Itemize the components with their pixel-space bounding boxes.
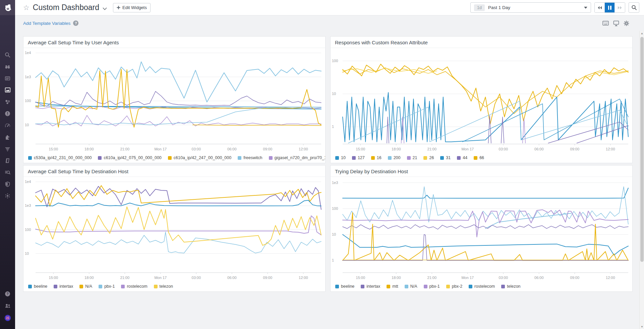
svg-text:09:00: 09:00 — [570, 147, 580, 151]
tv-mode-icon[interactable] — [613, 20, 619, 26]
time-range-selector[interactable]: 1d Past 1 Day — [470, 2, 591, 13]
legend-item[interactable]: pbx-1 — [424, 284, 440, 289]
legend-swatch — [457, 156, 461, 160]
time-forward-button[interactable] — [615, 3, 625, 12]
scroll-up-arrow-icon[interactable]: ▲ — [640, 31, 644, 36]
datadog-logo-icon[interactable] — [0, 0, 15, 15]
integrations-icon[interactable] — [4, 133, 11, 141]
chart-legend: 10127162002126314466 — [331, 153, 632, 163]
processes-icon[interactable] — [4, 192, 11, 199]
legend-label: N/A — [85, 284, 92, 289]
svg-text:100: 100 — [332, 206, 338, 210]
page-title[interactable]: Custom Dashboard — [33, 3, 99, 12]
notebooks-icon[interactable] — [4, 157, 11, 164]
timeseries-chart[interactable]: 1e41e31001015:0018:0021:00Mon 1703:0006:… — [24, 48, 325, 153]
legend-label: intertax — [59, 284, 73, 289]
svg-text:03:00: 03:00 — [499, 147, 508, 151]
keyboard-shortcuts-icon[interactable] — [602, 20, 609, 26]
legend-item[interactable]: pbx-2 — [446, 284, 462, 289]
monitors-icon[interactable] — [4, 110, 11, 117]
page-scrollbar[interactable]: ▲ ▼ — [639, 31, 644, 329]
zoom-search-button[interactable] — [629, 2, 639, 13]
events-icon[interactable] — [4, 75, 11, 82]
legend-label: rostelecom — [127, 284, 147, 289]
time-backward-button[interactable] — [595, 3, 605, 12]
legend-item[interactable]: 127 — [352, 155, 365, 160]
legend-item[interactable]: intertax — [54, 284, 73, 289]
watchdog-icon[interactable] — [4, 63, 11, 70]
legend-item[interactable]: mtt — [387, 284, 398, 289]
account-icon[interactable] — [4, 302, 11, 310]
scroll-down-arrow-icon[interactable]: ▼ — [640, 324, 644, 329]
gear-icon[interactable] — [624, 20, 629, 26]
legend-item[interactable]: pbx-1 — [99, 284, 115, 289]
add-template-variables-link[interactable]: Add Template Variables — [23, 21, 70, 26]
legend-item[interactable]: 26 — [423, 155, 434, 160]
svg-text:03:00: 03:00 — [499, 276, 508, 280]
legend-swatch — [446, 285, 450, 288]
legend-item[interactable]: telezon — [154, 284, 173, 289]
sidebar-bottom-nav: ? — [0, 290, 15, 322]
legend-item[interactable]: rostelecom — [121, 284, 147, 289]
help-icon[interactable]: ? — [4, 290, 11, 297]
legend-item[interactable]: N/A — [79, 284, 92, 289]
legend-label: 26 — [429, 155, 434, 160]
legend-item[interactable]: gigaset_n720_dm_pro/70_102_... — [269, 155, 326, 160]
legend-label: telezon — [507, 284, 520, 289]
help-icon[interactable]: ? — [73, 20, 78, 26]
timeseries-chart[interactable]: 1e310010115:0018:0021:00Mon 1703:0006:00… — [331, 177, 632, 281]
legend-item[interactable]: intertax — [361, 284, 380, 289]
svg-text:100: 100 — [25, 99, 31, 103]
timeseries-chart[interactable]: 10010115:0018:0021:00Mon 1703:0006:0009:… — [331, 48, 632, 153]
edit-widgets-label: Edit Widgets — [122, 5, 147, 10]
bits-ai-icon[interactable] — [4, 314, 11, 322]
favorite-star-icon[interactable]: ☆ — [23, 4, 30, 11]
legend-label: telezon — [160, 284, 173, 289]
legend-item[interactable]: 10 — [335, 155, 346, 160]
legend-item[interactable]: freeswitch — [238, 155, 262, 160]
legend-item[interactable]: c610a_ip/42_075_00_000_000 — [98, 155, 161, 160]
sidebar-nav — [0, 51, 15, 199]
chart-legend: beelineintertaxmttN/Apbx-1pbx-2rosteleco… — [331, 281, 632, 291]
legend-label: intertax — [366, 284, 380, 289]
legend-swatch — [238, 156, 241, 160]
dashboards-icon[interactable] — [4, 86, 11, 94]
widget-title: Average Call Setup Time by User Agents — [23, 37, 325, 48]
apm-icon[interactable] — [4, 145, 11, 152]
legend-label: mtt — [392, 284, 398, 289]
infrastructure-icon[interactable] — [4, 98, 11, 105]
chevron-down-icon[interactable] — [103, 5, 107, 11]
legend-item[interactable]: 200 — [388, 155, 401, 160]
legend-item[interactable]: 21 — [407, 155, 417, 160]
svg-text:06:00: 06:00 — [534, 147, 544, 151]
legend-item[interactable]: beeline — [335, 284, 354, 289]
legend-label: gigaset_n720_dm_pro/70_102_... — [275, 155, 326, 160]
search-icon[interactable] — [4, 51, 11, 58]
svg-text:100: 100 — [25, 228, 31, 232]
timeseries-chart[interactable]: 1e41e31001015:0018:0021:00Mon 1703:0006:… — [24, 177, 325, 281]
legend-item[interactable]: 44 — [457, 155, 467, 160]
legend-item[interactable]: c610a_ip/42_247_00_000_000 — [168, 155, 231, 160]
edit-widgets-button[interactable]: Edit Widgets — [113, 3, 151, 12]
legend-item[interactable]: 66 — [474, 155, 484, 160]
legend-label: freeswitch — [243, 155, 262, 160]
legend-item[interactable]: c530a_ip/42_231_00_000_000 — [28, 155, 92, 160]
widget-trying-delay-by-destination: Trying Delay by Destination Host 1e31001… — [330, 165, 633, 292]
legend-item[interactable]: 16 — [371, 155, 382, 160]
legend-swatch — [361, 285, 364, 288]
security-icon[interactable] — [4, 180, 11, 188]
legend-item[interactable]: beeline — [28, 284, 47, 289]
legend-item[interactable]: N/A — [405, 284, 417, 289]
legend-item[interactable]: telezon — [501, 284, 520, 289]
svg-text:1: 1 — [332, 258, 334, 262]
pause-button[interactable] — [605, 3, 615, 12]
scrollbar-thumb[interactable] — [640, 37, 644, 262]
metrics-icon[interactable] — [4, 122, 11, 129]
legend-swatch — [388, 156, 392, 160]
legend-item[interactable]: 31 — [440, 155, 451, 160]
svg-text:09:00: 09:00 — [263, 276, 273, 280]
legend-label: 21 — [413, 155, 417, 160]
svg-text:10: 10 — [25, 251, 29, 255]
legend-item[interactable]: rostelecom — [469, 284, 495, 289]
log-explorer-icon[interactable] — [4, 169, 11, 176]
